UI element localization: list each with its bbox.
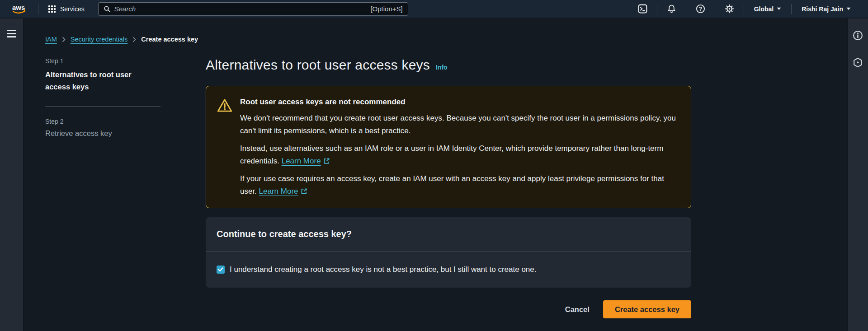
alert-paragraph-2: Instead, use alternatives such as an IAM… (240, 142, 680, 168)
global-search-box[interactable]: [Option+S] (98, 2, 408, 16)
acknowledge-checkbox-label: I understand creating a root access key … (230, 265, 536, 274)
nav-utilities: ? Global Rishi Raj Jain (628, 0, 861, 18)
form-actions: Cancel Create access key (206, 300, 691, 318)
alert-title: Root user access keys are not recommende… (240, 98, 680, 107)
help-icon: ? (696, 4, 705, 14)
card-title: Continue to create access key? (217, 229, 680, 239)
account-menu[interactable]: Rishi Raj Jain (792, 0, 861, 18)
nav-divider (38, 4, 38, 14)
steps-divider (45, 106, 160, 107)
step1-label: Step 1 (45, 57, 160, 65)
hexagon-icon (853, 57, 863, 68)
step1-title: Alternatives to root user access keys (45, 69, 142, 93)
services-grid-icon (48, 5, 56, 13)
info-circle-icon (853, 30, 863, 41)
learn-more-label: Learn More (259, 187, 298, 196)
cancel-button[interactable]: Cancel (565, 305, 590, 314)
step2-label: Step 2 (45, 118, 160, 125)
help-button[interactable]: ? (686, 0, 715, 18)
breadcrumb-link-security-credentials[interactable]: Security credentials (71, 36, 128, 43)
region-selector[interactable]: Global (744, 0, 792, 18)
page-title: Alternatives to root user access keys (206, 57, 430, 73)
breadcrumb: IAM Security credentials Create access k… (45, 36, 847, 43)
search-icon (104, 5, 110, 12)
search-shortcut-hint: [Option+S] (370, 5, 402, 13)
settings-button[interactable] (715, 0, 744, 18)
right-tools-rail (847, 19, 868, 331)
region-label: Global (754, 5, 774, 13)
learn-more-link-2[interactable]: Learn More (259, 187, 307, 196)
breadcrumb-link-iam[interactable]: IAM (45, 36, 57, 43)
left-navigation-rail (0, 19, 24, 331)
top-navigation-bar: aws Services [Option+S] (0, 0, 868, 18)
breadcrumb-current: Create access key (141, 36, 198, 43)
learn-more-link-1[interactable]: Learn More (282, 157, 330, 165)
hamburger-menu-icon[interactable] (7, 30, 16, 37)
acknowledge-checkbox-row[interactable]: I understand creating a root access key … (217, 265, 680, 274)
search-input[interactable] (114, 5, 367, 13)
main-content: IAM Security credentials Create access k… (24, 19, 847, 331)
caret-down-icon (777, 7, 781, 10)
check-icon (218, 267, 223, 272)
rail-divider (848, 49, 868, 49)
user-name-label: Rishi Raj Jain (802, 5, 843, 13)
warning-alert: Root user access keys are not recommende… (206, 86, 691, 208)
svg-text:aws: aws (12, 4, 25, 11)
alert-paragraph-3: If your use case requires an access key,… (240, 172, 680, 198)
cloudshell-button[interactable] (628, 0, 657, 18)
acknowledge-checkbox[interactable] (217, 266, 225, 274)
continue-card: Continue to create access key? I underst… (206, 217, 691, 288)
services-label: Services (60, 5, 85, 13)
alert-paragraph-1: We don't recommend that you create root … (240, 112, 680, 137)
learn-more-label: Learn More (282, 157, 321, 165)
resources-panel-button[interactable] (848, 55, 868, 70)
aws-logo[interactable]: aws (7, 3, 33, 15)
bell-icon (667, 4, 676, 14)
warning-icon (217, 98, 232, 112)
caret-down-icon (846, 7, 851, 10)
step2-title: Retrieve access key (45, 129, 160, 138)
info-panel-button[interactable] (848, 28, 868, 43)
info-link[interactable]: Info (436, 64, 448, 71)
create-access-key-button[interactable]: Create access key (603, 300, 691, 318)
services-menu-button[interactable]: Services (44, 0, 89, 18)
cloudshell-icon (638, 4, 647, 14)
breadcrumb-chevron-icon (62, 37, 66, 42)
gear-icon (725, 4, 734, 14)
breadcrumb-chevron-icon (132, 37, 136, 42)
svg-text:?: ? (698, 6, 702, 12)
external-link-icon (301, 188, 307, 195)
wizard-steps-nav: Step 1 Alternatives to root user access … (45, 57, 160, 318)
external-link-icon (323, 158, 330, 164)
notifications-button[interactable] (657, 0, 686, 18)
aws-logo-icon: aws (11, 3, 29, 15)
